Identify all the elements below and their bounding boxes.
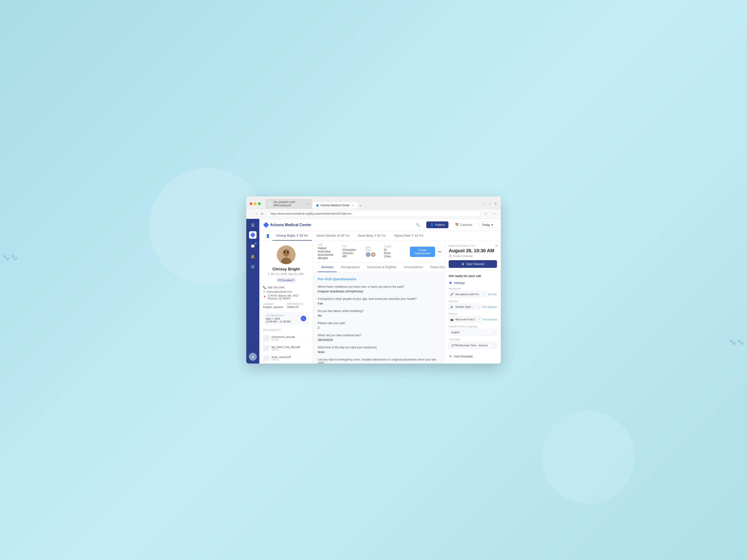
test-speaker-button[interactable]: Test Speaker [482,305,497,308]
microphone-select[interactable]: Microphone (HD Pro ... [449,291,486,297]
patient-dob: DOB: Sep 10, 1987 [281,272,304,275]
browser-minimize-btn[interactable] [254,202,257,205]
tab-insurances[interactable]: Insurances & Eligibility [364,263,400,272]
answer-text-4: 08/24/2020 [318,338,440,342]
microphone-arrow-icon: ▾ [484,293,485,295]
appointment-panel-close[interactable]: ✕ [495,244,498,248]
sidebar-item-chat[interactable]: 💬 [248,241,257,251]
test-camera-button[interactable]: Test Camera [483,318,497,321]
test-mic-button[interactable]: Test Mic [488,293,497,296]
visit-checklist-item[interactable]: Visit Checklist [449,352,497,361]
documents-section: Documents 📄 cholesterol_test.pdf 120 kb … [263,328,309,363]
browser-close-btn[interactable] [250,202,252,205]
facility-label: Facility [384,245,391,248]
language-cell: Language English, Spanish [263,303,285,309]
browser-tab-pdf[interactable]: 📄 cbc-platelets-with-differential.pdf ✕ [265,199,312,209]
tab-demographics[interactable]: Demographics [338,263,363,272]
document-item-2[interactable]: 📄 Scan_report.pdf 190 kb [263,353,309,363]
app-logo-icon [263,222,269,228]
start-televisit-label: Start Televisit [466,262,484,266]
refresh-button[interactable]: ↻ [260,212,264,216]
email-value: chrissy@outlook.com [266,290,292,293]
today-button[interactable]: Today ▾ [479,221,496,228]
pp-enrolled-badge[interactable]: PP Enrolled ▾ [276,278,297,283]
user-avatar[interactable]: U [249,353,257,361]
patient-button[interactable]: 👤 Patient [426,221,448,228]
last-appt-details: Last Appointment May 7, 2020 10:30 AM – … [266,314,290,323]
patient-tab-david[interactable]: David Dobratz, M 30 Yrs [313,231,353,241]
care-team-group: Care Team A B [365,246,375,257]
hamburger-button[interactable]: ☰ [250,222,256,229]
patient-tab-alyssa[interactable]: Alyssa Raid, F 22 Yrs [390,231,427,241]
question-text-6: List any trips to emergency room, hospit… [318,358,440,364]
sidebar-item-settings[interactable]: ⚙️ [248,262,257,271]
question-block-2: Do you feel labour while breathing? No [318,310,440,317]
patient-name: Chrissy Bright [263,267,309,272]
pp-badge-chevron: ▾ [292,278,294,282]
doc-info-2: Scan_report.pdf 190 kb [272,355,291,361]
tab-summary[interactable]: Summary [318,263,337,272]
app-layout: ☰ 💬 🔔 ⚙️ U Arizona Medical Center [246,219,501,364]
back-button[interactable]: ‹ [250,211,253,216]
browser-more-button[interactable]: ⋯ [491,211,497,216]
patient-icon: 👤 [430,223,434,226]
browser-tab-amc[interactable]: 🔷 Arizona Medical Center ✕ [313,202,357,209]
email-row: ✉ chrissy@outlook.com [263,290,309,293]
last-appt-time: 10:30 AM – 11:30 AM [266,320,290,323]
mrn-cell: MRN/Patient ID 10001197 [287,303,309,309]
patient-lang-select[interactable]: English [449,329,497,336]
pdf-tab-label: cbc-platelets-with-differential.pdf [273,201,305,207]
sidebar-item-notifications[interactable]: 🔔 [248,252,257,261]
document-item-1[interactable]: 📄 lab_report_sbp_dbp.pdf 240 kb [263,343,309,353]
today-dropdown-icon: ▾ [491,223,493,226]
appt-type-label: Routine Checkup [453,255,473,257]
email-icon: ✉ [263,290,265,293]
camera-select-row: 📷 Microsoft Front Camera ▾ Test Camera [449,316,497,322]
settings-header[interactable]: Settings [449,281,497,285]
patient-tab-chrissy[interactable]: Chrissy Bright, F 33 Yrs [273,231,312,241]
amc-tab-label: Arizona Medical Center [320,204,350,207]
create-appointment-button[interactable]: Create Appointment [410,247,435,257]
browser-controls [250,202,261,205]
patients-consent-item[interactable]: Patient's Consent [449,361,497,364]
patient-tab-gene[interactable]: Gene Berg, F 42 Yrs [354,231,389,241]
content-area: Chrissy Bright F, 33 Yrs | DOB: Sep 10, … [259,241,501,364]
pdf-tab-close[interactable]: ✕ [307,203,309,205]
new-tab-button[interactable]: + [358,203,363,209]
forward-button[interactable]: › [255,211,258,216]
amc-tab-close[interactable]: ✕ [352,204,354,207]
settings-dot-inner [449,282,452,284]
question-text-1: Compared to other people of your age, ho… [318,297,440,300]
browser-window: 📄 cbc-platelets-with-differential.pdf ✕ … [246,196,501,364]
tab-immunizations[interactable]: Immunizations [401,263,426,272]
start-televisit-button[interactable]: 🖥 Start Televisit [449,260,497,268]
doc-icon-1: 📄 [263,345,269,351]
question-block-5: What time of the day you take your medic… [318,346,440,354]
win-close[interactable]: ✕ [494,202,497,206]
camera-row: Camera 📷 Microsoft Front Camera ▾ [449,313,497,322]
appointment-navigate-button[interactable]: › [301,316,306,321]
chat-badge [255,242,257,244]
pdf-tab-icon: 📄 [269,202,272,205]
patient-list-icon[interactable]: 👤 [264,232,272,240]
calendar-button[interactable]: 📅 Calendar [452,222,475,228]
search-button[interactable]: 🔍 [413,222,422,228]
browser-tabs: 📄 cbc-platelets-with-differential.pdf ✕ … [265,199,480,209]
browser-toolbar: ‹ › ↻ https://www.arizonamedical.org/My … [246,209,501,219]
more-actions-button[interactable]: ••• [437,248,442,256]
chat-icon: 💬 [251,244,255,248]
timezone-select[interactable]: (GTM) Mountain Time – Arizona [449,342,497,349]
doc-icon-2: 📄 [263,355,269,362]
tab-patient-docs[interactable]: Patient Docum... [427,263,445,272]
win-minimize[interactable]: − [483,202,486,206]
right-panel: CSD Patient must have documented allergi… [313,241,445,364]
browser-titlebar: 📄 cbc-platelets-with-differential.pdf ✕ … [246,196,501,209]
today-label: Today [482,223,490,226]
win-restore[interactable]: □ [488,202,492,206]
more-actions-icon: ••• [438,250,442,254]
patient-avatar [277,245,295,264]
answer-text-0: Irregular heartbeats (Arrhythmias) [318,290,440,293]
bookmark-button[interactable]: ☆ [483,211,489,216]
browser-maximize-btn[interactable] [258,202,261,205]
document-item-0[interactable]: 📄 cholesterol_test.pdf 120 kb [263,333,309,343]
